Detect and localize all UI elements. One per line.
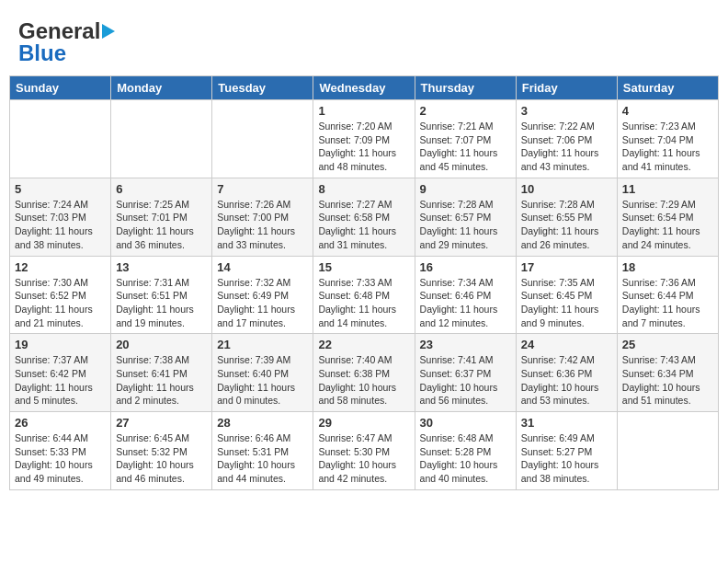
calendar-cell: 2Sunrise: 7:21 AM Sunset: 7:07 PM Daylig… xyxy=(415,100,516,178)
calendar-header-row: SundayMondayTuesdayWednesdayThursdayFrid… xyxy=(10,76,719,100)
calendar-week-1: 1Sunrise: 7:20 AM Sunset: 7:09 PM Daylig… xyxy=(10,100,719,178)
calendar-cell: 22Sunrise: 7:40 AM Sunset: 6:38 PM Dayli… xyxy=(313,334,415,412)
day-number: 2 xyxy=(420,104,511,118)
weekday-header-monday: Monday xyxy=(111,76,212,100)
day-number: 25 xyxy=(622,338,713,351)
day-info: Sunrise: 7:22 AM Sunset: 7:06 PM Dayligh… xyxy=(521,120,612,174)
day-number: 19 xyxy=(15,338,106,351)
day-number: 9 xyxy=(420,182,511,196)
calendar-cell xyxy=(10,100,111,178)
day-number: 26 xyxy=(15,416,106,430)
day-info: Sunrise: 7:28 AM Sunset: 6:55 PM Dayligh… xyxy=(521,198,612,252)
day-number: 28 xyxy=(217,416,308,430)
calendar-cell: 3Sunrise: 7:22 AM Sunset: 7:06 PM Daylig… xyxy=(516,100,617,178)
day-number: 15 xyxy=(318,260,409,274)
day-info: Sunrise: 7:41 AM Sunset: 6:37 PM Dayligh… xyxy=(420,353,511,408)
day-info: Sunrise: 7:24 AM Sunset: 7:03 PM Dayligh… xyxy=(15,198,106,252)
calendar-cell: 29Sunrise: 6:47 AM Sunset: 5:30 PM Dayli… xyxy=(313,412,415,490)
day-number: 11 xyxy=(622,182,713,196)
day-info: Sunrise: 7:37 AM Sunset: 6:42 PM Dayligh… xyxy=(15,353,106,408)
calendar-week-5: 26Sunrise: 6:44 AM Sunset: 5:33 PM Dayli… xyxy=(10,412,719,490)
day-number: 21 xyxy=(217,338,308,351)
calendar-week-2: 5Sunrise: 7:24 AM Sunset: 7:03 PM Daylig… xyxy=(10,178,719,256)
calendar-cell: 11Sunrise: 7:29 AM Sunset: 6:54 PM Dayli… xyxy=(617,178,718,256)
day-number: 10 xyxy=(521,182,612,196)
logo-blue: Blue xyxy=(18,40,66,66)
day-info: Sunrise: 7:34 AM Sunset: 6:46 PM Dayligh… xyxy=(420,276,511,330)
logo-arrow-icon xyxy=(102,24,115,39)
calendar-cell: 17Sunrise: 7:35 AM Sunset: 6:45 PM Dayli… xyxy=(516,256,617,334)
day-number: 16 xyxy=(420,260,511,274)
day-info: Sunrise: 7:28 AM Sunset: 6:57 PM Dayligh… xyxy=(420,198,511,252)
calendar-cell: 15Sunrise: 7:33 AM Sunset: 6:48 PM Dayli… xyxy=(313,256,415,334)
calendar-cell xyxy=(212,100,313,178)
day-info: Sunrise: 7:25 AM Sunset: 7:01 PM Dayligh… xyxy=(116,198,207,252)
day-number: 14 xyxy=(217,260,308,274)
day-info: Sunrise: 7:39 AM Sunset: 6:40 PM Dayligh… xyxy=(217,353,308,408)
calendar-cell: 23Sunrise: 7:41 AM Sunset: 6:37 PM Dayli… xyxy=(415,334,516,412)
day-info: Sunrise: 7:30 AM Sunset: 6:52 PM Dayligh… xyxy=(15,276,106,330)
calendar-cell: 28Sunrise: 6:46 AM Sunset: 5:31 PM Dayli… xyxy=(212,412,313,490)
day-number: 5 xyxy=(15,182,106,196)
day-info: Sunrise: 7:40 AM Sunset: 6:38 PM Dayligh… xyxy=(318,353,409,408)
day-info: Sunrise: 7:29 AM Sunset: 6:54 PM Dayligh… xyxy=(622,198,713,252)
calendar-cell: 31Sunrise: 6:49 AM Sunset: 5:27 PM Dayli… xyxy=(516,412,617,490)
calendar-cell: 16Sunrise: 7:34 AM Sunset: 6:46 PM Dayli… xyxy=(415,256,516,334)
calendar-week-4: 19Sunrise: 7:37 AM Sunset: 6:42 PM Dayli… xyxy=(10,334,719,412)
weekday-header-thursday: Thursday xyxy=(415,76,516,100)
day-info: Sunrise: 6:44 AM Sunset: 5:33 PM Dayligh… xyxy=(15,431,106,486)
calendar-cell xyxy=(617,412,718,490)
logo: General Blue xyxy=(18,18,115,66)
calendar-cell: 9Sunrise: 7:28 AM Sunset: 6:57 PM Daylig… xyxy=(415,178,516,256)
day-number: 29 xyxy=(318,416,409,430)
weekday-header-tuesday: Tuesday xyxy=(212,76,313,100)
calendar-cell: 26Sunrise: 6:44 AM Sunset: 5:33 PM Dayli… xyxy=(10,412,111,490)
calendar-cell: 12Sunrise: 7:30 AM Sunset: 6:52 PM Dayli… xyxy=(10,256,111,334)
weekday-header-wednesday: Wednesday xyxy=(313,76,415,100)
calendar-cell: 21Sunrise: 7:39 AM Sunset: 6:40 PM Dayli… xyxy=(212,334,313,412)
day-number: 8 xyxy=(318,182,409,196)
day-info: Sunrise: 6:48 AM Sunset: 5:28 PM Dayligh… xyxy=(420,431,511,486)
day-info: Sunrise: 7:20 AM Sunset: 7:09 PM Dayligh… xyxy=(318,120,409,174)
day-info: Sunrise: 7:38 AM Sunset: 6:41 PM Dayligh… xyxy=(116,353,207,408)
calendar-cell: 1Sunrise: 7:20 AM Sunset: 7:09 PM Daylig… xyxy=(313,100,415,178)
calendar-cell xyxy=(111,100,212,178)
calendar-cell: 8Sunrise: 7:27 AM Sunset: 6:58 PM Daylig… xyxy=(313,178,415,256)
calendar-table: SundayMondayTuesdayWednesdayThursdayFrid… xyxy=(9,75,719,490)
day-number: 31 xyxy=(521,416,612,430)
calendar-cell: 5Sunrise: 7:24 AM Sunset: 7:03 PM Daylig… xyxy=(10,178,111,256)
day-number: 6 xyxy=(116,182,207,196)
calendar-cell: 4Sunrise: 7:23 AM Sunset: 7:04 PM Daylig… xyxy=(617,100,718,178)
day-number: 13 xyxy=(116,260,207,274)
day-number: 24 xyxy=(521,338,612,351)
calendar-cell: 25Sunrise: 7:43 AM Sunset: 6:34 PM Dayli… xyxy=(617,334,718,412)
day-info: Sunrise: 6:49 AM Sunset: 5:27 PM Dayligh… xyxy=(521,431,612,486)
day-info: Sunrise: 7:31 AM Sunset: 6:51 PM Dayligh… xyxy=(116,276,207,330)
calendar-cell: 18Sunrise: 7:36 AM Sunset: 6:44 PM Dayli… xyxy=(617,256,718,334)
day-info: Sunrise: 7:23 AM Sunset: 7:04 PM Dayligh… xyxy=(622,120,713,174)
calendar-cell: 27Sunrise: 6:45 AM Sunset: 5:32 PM Dayli… xyxy=(111,412,212,490)
calendar-cell: 20Sunrise: 7:38 AM Sunset: 6:41 PM Dayli… xyxy=(111,334,212,412)
day-info: Sunrise: 7:21 AM Sunset: 7:07 PM Dayligh… xyxy=(420,120,511,174)
day-number: 20 xyxy=(116,338,207,351)
page-header: General Blue xyxy=(9,9,719,71)
calendar-cell: 14Sunrise: 7:32 AM Sunset: 6:49 PM Dayli… xyxy=(212,256,313,334)
day-info: Sunrise: 6:45 AM Sunset: 5:32 PM Dayligh… xyxy=(116,431,207,486)
day-info: Sunrise: 6:47 AM Sunset: 5:30 PM Dayligh… xyxy=(318,431,409,486)
calendar-week-3: 12Sunrise: 7:30 AM Sunset: 6:52 PM Dayli… xyxy=(10,256,719,334)
day-info: Sunrise: 7:33 AM Sunset: 6:48 PM Dayligh… xyxy=(318,276,409,330)
day-info: Sunrise: 7:42 AM Sunset: 6:36 PM Dayligh… xyxy=(521,353,612,408)
day-number: 18 xyxy=(622,260,713,274)
calendar-cell: 19Sunrise: 7:37 AM Sunset: 6:42 PM Dayli… xyxy=(10,334,111,412)
day-info: Sunrise: 7:43 AM Sunset: 6:34 PM Dayligh… xyxy=(622,353,713,408)
day-info: Sunrise: 6:46 AM Sunset: 5:31 PM Dayligh… xyxy=(217,431,308,486)
day-number: 27 xyxy=(116,416,207,430)
day-info: Sunrise: 7:35 AM Sunset: 6:45 PM Dayligh… xyxy=(521,276,612,330)
calendar-body: 1Sunrise: 7:20 AM Sunset: 7:09 PM Daylig… xyxy=(10,100,719,490)
day-info: Sunrise: 7:36 AM Sunset: 6:44 PM Dayligh… xyxy=(622,276,713,330)
day-number: 30 xyxy=(420,416,511,430)
weekday-header-sunday: Sunday xyxy=(10,76,111,100)
day-info: Sunrise: 7:26 AM Sunset: 7:00 PM Dayligh… xyxy=(217,198,308,252)
calendar-cell: 6Sunrise: 7:25 AM Sunset: 7:01 PM Daylig… xyxy=(111,178,212,256)
calendar-cell: 10Sunrise: 7:28 AM Sunset: 6:55 PM Dayli… xyxy=(516,178,617,256)
